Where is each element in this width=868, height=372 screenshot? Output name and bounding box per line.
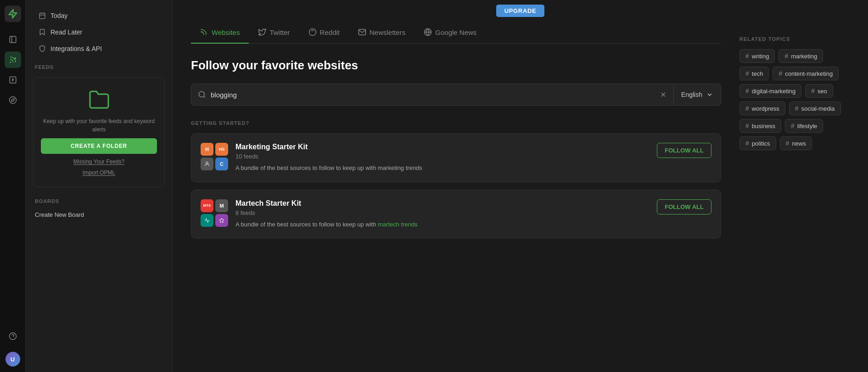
create-new-board-link[interactable]: Create New Board [35,211,163,218]
card-icon-4: C [215,158,228,170]
hash-icon: # [745,52,749,60]
card-feeds-count-marketing: 10 feeds [235,153,650,160]
card-icon-1: H [201,143,213,156]
topic-label: marketing [791,53,817,60]
topic-tag-marketing[interactable]: #marketing [778,49,823,63]
ai-btn[interactable] [5,72,21,88]
help-btn[interactable] [5,328,21,344]
topic-tag-writing[interactable]: #writing [739,49,775,63]
topic-tag-digital-marketing[interactable]: #digital-marketing [739,84,801,98]
svg-point-18 [309,29,316,36]
tab-google-news[interactable]: Google News [414,22,486,44]
add-feed-btn[interactable] [5,51,21,68]
source-tabs: Websites Twitter Reddit [191,22,721,44]
tab-newsletters[interactable]: Newsletters [349,22,414,44]
feeds-box-description: Keep up with your favorite feeds and key… [41,117,157,134]
card-title-martech: Martech Starter Kit [235,199,650,208]
language-select[interactable]: English [674,84,721,106]
upgrade-banner: UPGRADE [173,0,868,22]
hash-icon: # [786,140,790,147]
tab-websites-label: Websites [212,28,240,36]
search-input-wrap [191,84,674,106]
tab-twitter[interactable]: Twitter [249,22,299,44]
hash-icon: # [745,70,749,77]
topic-label: social-media [801,105,835,112]
svg-rect-1 [10,36,16,43]
svg-point-3 [10,62,11,63]
tab-websites[interactable]: Websites [191,22,249,44]
topic-label: content-marketing [785,70,833,77]
card-icon-8 [215,214,228,227]
follow-all-button-martech[interactable]: FOLLOW ALL [657,199,711,214]
card-feeds-count-martech: 8 feeds [235,209,650,216]
svg-point-20 [199,91,204,97]
upgrade-button[interactable]: UPGRADE [496,5,545,17]
card-desc-martech: A bundle of the best sources to follow t… [235,220,650,229]
sidebar-toggle-btn[interactable] [5,31,21,48]
sidebar-item-read-later[interactable]: Read Later [29,25,168,39]
topic-label: lifestyle [797,123,817,130]
card-icon-6: M [215,199,228,212]
topic-tag-content-marketing[interactable]: #content-marketing [773,67,839,80]
card-icon-7 [201,214,213,227]
topic-tag-lifestyle[interactable]: #lifestyle [785,119,823,133]
card-icon-2: HS [215,143,228,156]
hash-icon: # [795,105,799,112]
topic-label: wordpress [752,105,779,112]
boards-section-label: BOARDS [26,191,172,208]
app-logo[interactable] [5,6,21,22]
search-input[interactable] [211,91,655,99]
martech-trends-link[interactable]: martech trends [378,221,418,228]
starter-kit-card-martech: MTS M Martech Starter Kit [191,190,721,239]
right-panel: RELATED TOPICS #writing#marketing#tech#c… [721,22,850,372]
topic-tag-news[interactable]: #news [780,136,812,150]
svg-point-24 [206,162,208,164]
topic-label: news [792,140,806,147]
center-panel: Websites Twitter Reddit [191,22,721,372]
hash-icon: # [784,52,788,60]
topic-tag-seo[interactable]: #seo [805,84,833,98]
hash-icon: # [745,87,749,95]
sidebar-item-today[interactable]: Today [29,8,168,23]
folder-icon [88,89,110,113]
feeds-box: Keep up with your favorite feeds and key… [33,77,165,187]
search-bar: English [191,84,721,106]
sidebar-item-today-label: Today [50,12,67,19]
getting-started-label: GETTING STARTED? [191,120,721,126]
topic-tag-wordpress[interactable]: #wordpress [739,101,785,115]
hash-icon: # [745,122,749,130]
related-topics-label: RELATED TOPICS [739,36,850,42]
topic-tag-politics[interactable]: #politics [739,136,776,150]
sidebar-item-read-later-label: Read Later [50,28,82,36]
topic-label: digital-marketing [752,88,795,95]
topic-label: business [752,123,775,130]
topic-tag-tech[interactable]: #tech [739,67,769,80]
import-opml-link[interactable]: Import OPML [83,169,115,176]
tab-twitter-label: Twitter [269,28,290,36]
card-body-marketing: Marketing Starter Kit 10 feeds A bundle … [235,143,650,173]
main-content: UPGRADE Websites Twitter [173,0,868,372]
follow-all-button-marketing[interactable]: FOLLOW ALL [657,143,711,158]
topic-label: writing [752,53,769,60]
hash-icon: # [791,122,795,130]
sidebar-item-integrations[interactable]: Integrations & API [29,41,168,56]
tab-reddit[interactable]: Reddit [299,22,349,44]
topic-label: seo [818,88,827,95]
topic-tag-business[interactable]: #business [739,119,781,133]
svg-point-10 [9,97,16,104]
missing-feeds-link[interactable]: Missing Your Feeds? [73,158,124,165]
card-icon-3 [201,158,213,170]
follow-heading: Follow your favorite websites [191,58,721,73]
topic-tag-social-media[interactable]: #social-media [789,101,841,115]
topics-grid: #writing#marketing#tech#content-marketin… [739,49,850,150]
icon-bar: U [0,0,26,372]
hash-icon: # [745,140,749,147]
user-avatar[interactable]: U [6,352,20,366]
hash-icon: # [745,105,749,112]
svg-marker-0 [9,10,17,18]
card-title-marketing: Marketing Starter Kit [235,143,650,151]
create-folder-button[interactable]: CREATE A FOLDER [41,138,157,154]
explore-btn[interactable] [5,92,21,108]
hash-icon: # [778,70,782,77]
search-clear-button[interactable] [660,91,667,98]
